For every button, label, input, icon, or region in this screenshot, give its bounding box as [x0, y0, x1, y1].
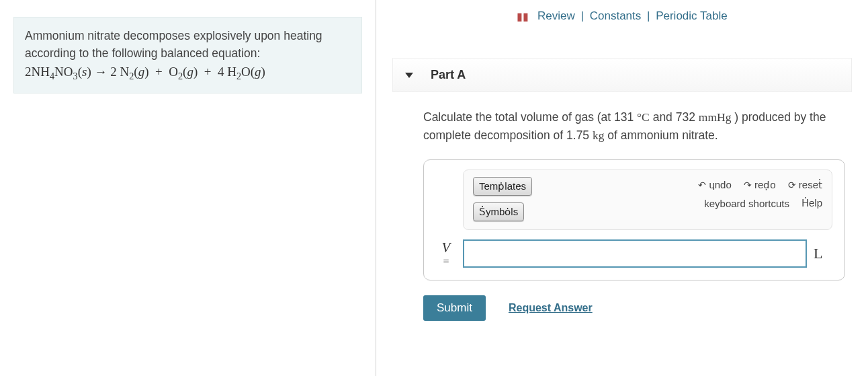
reset-icon: ⟳: [788, 180, 796, 190]
reset-button[interactable]: ⟳ reseṫ: [788, 179, 822, 191]
periodic-table-link[interactable]: Periodic Table: [656, 9, 727, 22]
equation-toolbar: Temṗlates Ṡymbȯls ↶ uฺndo ↷ reḍo ⟳ reseṫ…: [463, 170, 832, 230]
symbols-button[interactable]: Ṡymbȯls: [473, 202, 524, 221]
answer-box: Temṗlates Ṡymbȯls ↶ uฺndo ↷ reḍo ⟳ reseṫ…: [423, 159, 845, 280]
action-row: Submit Request Answer: [423, 295, 852, 321]
collapse-icon: [405, 73, 413, 78]
prompt-text: Ammonium nitrate decomposes explosively …: [25, 29, 322, 60]
problem-prompt: Ammonium nitrate decomposes explosively …: [13, 17, 362, 93]
variable-label: V =: [436, 240, 456, 268]
left-pane: Ammonium nitrate decomposes explosively …: [0, 0, 376, 376]
unit-label: L: [814, 245, 832, 262]
part-header[interactable]: Part A: [392, 58, 852, 92]
answer-input-row: V = L: [436, 239, 832, 268]
top-links: ▮▮ Review | Constants | Periodic Table: [392, 0, 852, 23]
part-label: Part A: [431, 68, 466, 82]
review-link[interactable]: Review: [537, 9, 575, 22]
question-text: Calculate the total volume of gas (at 13…: [423, 108, 845, 145]
balanced-equation: 2NH4NO3(s) → 2 N2(g) + O2(g) + 4 H2O(g): [25, 65, 265, 79]
separator: |: [581, 9, 584, 22]
undo-button[interactable]: ↶ uฺndo: [698, 177, 732, 193]
separator: |: [647, 9, 650, 22]
toolbar-right: ↶ uฺndo ↷ reḍo ⟳ reseṫ keyboard shortcut…: [698, 177, 822, 209]
templates-button[interactable]: Temṗlates: [473, 177, 532, 196]
question-area: Calculate the total volume of gas (at 13…: [392, 92, 852, 280]
constants-link[interactable]: Constants: [590, 9, 642, 22]
redo-button[interactable]: ↷ reḍo: [744, 179, 776, 191]
redo-icon: ↷: [744, 180, 752, 190]
right-pane: ▮▮ Review | Constants | Periodic Table P…: [376, 0, 868, 376]
main-container: Ammonium nitrate decomposes explosively …: [0, 0, 868, 376]
request-answer-link[interactable]: Request Answer: [509, 302, 593, 314]
undo-icon: ↶: [698, 180, 706, 190]
toolbar-left: Temṗlates Ṡymbȯls: [473, 177, 532, 221]
answer-input[interactable]: [463, 239, 807, 268]
help-link[interactable]: Ḣelp: [801, 197, 822, 209]
book-icon: ▮▮: [517, 10, 529, 23]
submit-button[interactable]: Submit: [423, 295, 486, 321]
keyboard-shortcuts-link[interactable]: keyboard shortcuts: [704, 198, 789, 209]
